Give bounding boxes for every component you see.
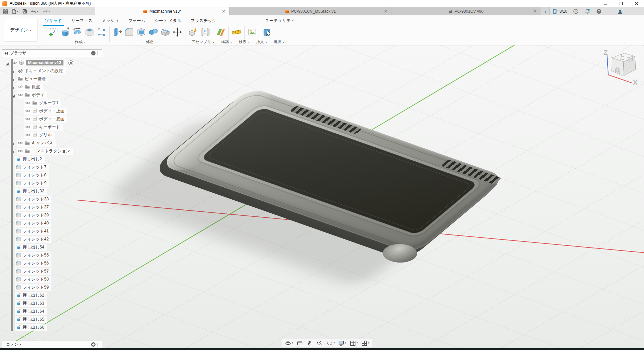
job-status-icon[interactable] xyxy=(570,7,582,15)
tab-document-1[interactable]: Maxmachine v13* xyxy=(95,7,229,15)
collapse-arrow-icon[interactable] xyxy=(5,61,10,65)
panel-resize-grip[interactable] xyxy=(98,343,100,346)
hole-icon[interactable] xyxy=(84,26,96,38)
zoom-icon[interactable] xyxy=(315,340,324,347)
group-label-create[interactable]: 作成 ▾ xyxy=(50,39,110,44)
insert-canvas-icon[interactable] xyxy=(246,26,258,38)
group-label-modify[interactable]: 修正 ▾ xyxy=(115,39,187,44)
eye-visible-icon[interactable] xyxy=(25,100,30,106)
joint-icon[interactable] xyxy=(199,26,211,38)
tree-item-label: フィレット9 xyxy=(23,180,46,186)
extrude-icon xyxy=(16,244,21,250)
create-sketch-icon[interactable] xyxy=(47,26,59,38)
document-limit-badge[interactable]: 8/10 xyxy=(550,7,570,15)
ribbon-tab-sheetmetal[interactable]: シート メタル xyxy=(150,17,186,25)
tree-item-label: 押し出し62 xyxy=(23,293,44,298)
save-icon[interactable] xyxy=(21,7,28,15)
split-body-icon[interactable] xyxy=(159,26,171,38)
folder-icon xyxy=(25,148,30,154)
comment-expand-icon[interactable] xyxy=(91,342,96,347)
workspace-label: デザイン xyxy=(10,27,28,33)
tab-close-icon[interactable] xyxy=(533,9,537,13)
browser-panel-header[interactable]: ブラウザ xyxy=(2,49,102,57)
eye-visible-icon[interactable] xyxy=(25,124,30,130)
pan-icon[interactable] xyxy=(305,340,314,347)
look-at-icon[interactable] xyxy=(295,340,304,347)
document-tab-strip: ▾ ▾ ▾ Maxmachine v13* PC-9801CV_M5Stack … xyxy=(0,7,644,15)
sketch-dimension-icon[interactable] xyxy=(96,26,108,38)
construction-plane-icon[interactable] xyxy=(215,26,227,38)
ribbon-tab-form[interactable]: フォーム xyxy=(124,17,150,25)
workspace-selector[interactable]: デザイン▾ xyxy=(4,19,37,41)
tree-item-label: 押し出し2 xyxy=(23,156,42,162)
file-menu-icon[interactable]: ▾ xyxy=(11,7,20,15)
comment-panel[interactable]: コメント xyxy=(2,341,102,348)
ribbon-tab-plastic[interactable]: プラスチック xyxy=(186,17,221,25)
browser-scrollbar[interactable] xyxy=(11,59,13,331)
eye-visible-icon[interactable] xyxy=(25,108,30,114)
group-label-inspect[interactable]: 検査 ▾ xyxy=(236,39,252,44)
measure-icon[interactable] xyxy=(230,26,243,38)
tab-label: Maxmachine v13* xyxy=(149,9,181,14)
eye-visible-icon[interactable] xyxy=(25,116,30,122)
shell-icon[interactable] xyxy=(135,26,147,38)
extrude-icon[interactable] xyxy=(59,26,71,38)
tab-close-icon[interactable] xyxy=(383,9,388,13)
account-avatar[interactable] xyxy=(614,7,626,15)
ribbon-tab-solid[interactable]: ソリッド xyxy=(40,17,66,25)
eye-visible-icon[interactable] xyxy=(18,92,23,98)
move-icon[interactable] xyxy=(171,26,183,38)
fit-icon[interactable]: ▾ xyxy=(325,340,336,347)
group-label-construct[interactable]: 構築 ▾ xyxy=(219,39,234,44)
fillet-icon xyxy=(16,252,21,258)
tree-item-label: ボディ xyxy=(32,92,44,98)
new-tab-button[interactable]: + xyxy=(541,7,550,15)
ribbon-group-select xyxy=(262,26,274,38)
display-settings-icon[interactable]: ▾ xyxy=(337,340,347,347)
tree-item-label: フィレット33 xyxy=(23,196,49,202)
notifications-bell-icon[interactable] xyxy=(582,7,593,15)
ribbon-group-assembly xyxy=(187,26,211,38)
model-viewport[interactable]: Z X 上 前 右 ブラウザ Maxmachine v13ドキュメントの設定ビュ… xyxy=(0,45,644,348)
revolve-icon[interactable] xyxy=(71,26,84,38)
tab-close-icon[interactable] xyxy=(221,9,226,13)
ribbon-tab-surface[interactable]: サーフェス xyxy=(66,17,97,25)
tree-item-label: フィレット39 xyxy=(23,212,49,218)
app-grid-icon[interactable] xyxy=(2,7,9,15)
group-label-assembly[interactable]: アセンブリ ▾ xyxy=(189,39,216,44)
help-icon[interactable]: ? xyxy=(593,7,605,15)
tab-document-2[interactable]: PC-9801CV_M5Stack v1 xyxy=(229,7,391,15)
collapse-panel-icon[interactable] xyxy=(4,52,8,55)
tree-item-label: フィレット56 xyxy=(23,260,49,266)
press-pull-icon[interactable] xyxy=(111,26,123,38)
view-cube[interactable]: Z X 上 前 右 xyxy=(600,49,643,90)
new-component-icon[interactable] xyxy=(187,26,199,38)
tree-item-label: ビュー管理 xyxy=(25,76,46,82)
select-icon[interactable] xyxy=(262,26,274,38)
eye-visible-icon[interactable] xyxy=(18,148,23,154)
panel-resize-grip[interactable] xyxy=(98,51,100,55)
minimize-button[interactable] xyxy=(598,0,613,7)
group-label-select[interactable]: 選択 ▾ xyxy=(271,39,287,44)
ribbon-tab-utility[interactable]: ユーティリティ xyxy=(261,17,300,25)
browser-collapse-icon[interactable] xyxy=(91,51,96,55)
combine-icon[interactable] xyxy=(147,26,159,38)
orbit-icon[interactable]: ▾ xyxy=(284,340,294,347)
close-button[interactable] xyxy=(629,0,644,7)
viewports-icon[interactable]: ▾ xyxy=(360,340,370,347)
tree-item-label: ドキュメントの設定 xyxy=(25,68,63,74)
tab-document-3[interactable]: PC-9801CV v90 xyxy=(391,7,541,15)
grid-settings-icon[interactable]: ▾ xyxy=(348,340,359,347)
undo-icon[interactable]: ▾ xyxy=(30,7,40,15)
tree-item-label: フィレット59 xyxy=(23,285,49,290)
eye-visible-icon[interactable] xyxy=(25,132,30,138)
eye-visible-icon[interactable] xyxy=(18,140,23,146)
eye-hidden-icon[interactable] xyxy=(18,84,23,90)
group-label-insert[interactable]: 挿入 ▾ xyxy=(254,39,269,44)
redo-icon[interactable]: ▾ xyxy=(41,7,51,15)
fillet-icon[interactable] xyxy=(123,26,135,38)
maximize-button[interactable] xyxy=(613,0,629,7)
ribbon-tab-mesh[interactable]: メッシュ xyxy=(97,17,124,25)
activate-component-radio[interactable] xyxy=(68,60,73,65)
taskbar-edge xyxy=(0,348,644,350)
